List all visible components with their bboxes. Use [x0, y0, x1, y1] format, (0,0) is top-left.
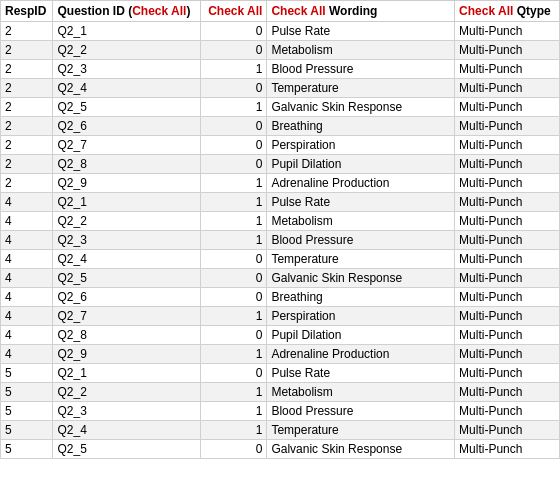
cell-wording: Metabolism — [267, 383, 455, 402]
cell-qid: Q2_5 — [53, 269, 201, 288]
cell-qtype: Multi-Punch — [455, 364, 560, 383]
cell-qtype: Multi-Punch — [455, 402, 560, 421]
cell-respid: 4 — [1, 269, 53, 288]
table-row: 5 Q2_5 0 Galvanic Skin Response Multi-Pu… — [1, 440, 560, 459]
table-row: 4 Q2_7 1 Perspiration Multi-Punch — [1, 307, 560, 326]
cell-qid: Q2_4 — [53, 79, 201, 98]
cell-qid: Q2_6 — [53, 117, 201, 136]
cell-qid: Q2_5 — [53, 440, 201, 459]
cell-qtype: Multi-Punch — [455, 421, 560, 440]
cell-qtype: Multi-Punch — [455, 117, 560, 136]
cell-respid: 5 — [1, 421, 53, 440]
cell-wording: Temperature — [267, 79, 455, 98]
cell-qtype: Multi-Punch — [455, 79, 560, 98]
table-row: 5 Q2_4 1 Temperature Multi-Punch — [1, 421, 560, 440]
cell-checkall: 1 — [201, 383, 267, 402]
cell-respid: 5 — [1, 383, 53, 402]
cell-qtype: Multi-Punch — [455, 155, 560, 174]
cell-checkall: 1 — [201, 345, 267, 364]
cell-respid: 4 — [1, 345, 53, 364]
cell-wording: Pupil Dilation — [267, 326, 455, 345]
cell-respid: 2 — [1, 79, 53, 98]
cell-respid: 2 — [1, 174, 53, 193]
table-row: 2 Q2_2 0 Metabolism Multi-Punch — [1, 41, 560, 60]
table-row: 4 Q2_5 0 Galvanic Skin Response Multi-Pu… — [1, 269, 560, 288]
table-row: 2 Q2_3 1 Blood Pressure Multi-Punch — [1, 60, 560, 79]
cell-qid: Q2_7 — [53, 136, 201, 155]
header-wording: Check All Wording — [267, 1, 455, 22]
cell-qid: Q2_3 — [53, 402, 201, 421]
cell-respid: 4 — [1, 250, 53, 269]
cell-respid: 2 — [1, 117, 53, 136]
cell-qid: Q2_2 — [53, 41, 201, 60]
cell-checkall: 0 — [201, 440, 267, 459]
cell-wording: Adrenaline Production — [267, 174, 455, 193]
cell-checkall: 1 — [201, 231, 267, 250]
cell-wording: Metabolism — [267, 212, 455, 231]
table-row: 2 Q2_9 1 Adrenaline Production Multi-Pun… — [1, 174, 560, 193]
cell-checkall: 0 — [201, 288, 267, 307]
table-row: 2 Q2_4 0 Temperature Multi-Punch — [1, 79, 560, 98]
cell-checkall: 0 — [201, 364, 267, 383]
table-row: 2 Q2_5 1 Galvanic Skin Response Multi-Pu… — [1, 98, 560, 117]
cell-qtype: Multi-Punch — [455, 288, 560, 307]
cell-checkall: 1 — [201, 174, 267, 193]
cell-qid: Q2_4 — [53, 421, 201, 440]
cell-checkall: 0 — [201, 326, 267, 345]
cell-checkall: 0 — [201, 79, 267, 98]
cell-qid: Q2_3 — [53, 60, 201, 79]
cell-wording: Temperature — [267, 250, 455, 269]
cell-qtype: Multi-Punch — [455, 345, 560, 364]
cell-respid: 2 — [1, 22, 53, 41]
cell-qtype: Multi-Punch — [455, 193, 560, 212]
cell-qtype: Multi-Punch — [455, 136, 560, 155]
table-row: 4 Q2_1 1 Pulse Rate Multi-Punch — [1, 193, 560, 212]
cell-qtype: Multi-Punch — [455, 269, 560, 288]
cell-respid: 5 — [1, 402, 53, 421]
cell-qid: Q2_3 — [53, 231, 201, 250]
cell-qtype: Multi-Punch — [455, 383, 560, 402]
table-row: 4 Q2_9 1 Adrenaline Production Multi-Pun… — [1, 345, 560, 364]
header-respid: RespID — [1, 1, 53, 22]
cell-respid: 4 — [1, 231, 53, 250]
cell-checkall: 1 — [201, 60, 267, 79]
cell-wording: Pupil Dilation — [267, 155, 455, 174]
table-row: 2 Q2_8 0 Pupil Dilation Multi-Punch — [1, 155, 560, 174]
cell-qtype: Multi-Punch — [455, 440, 560, 459]
cell-wording: Metabolism — [267, 41, 455, 60]
cell-qtype: Multi-Punch — [455, 231, 560, 250]
cell-checkall: 0 — [201, 250, 267, 269]
cell-qtype: Multi-Punch — [455, 60, 560, 79]
cell-wording: Pulse Rate — [267, 22, 455, 41]
cell-qtype: Multi-Punch — [455, 326, 560, 345]
cell-checkall: 0 — [201, 117, 267, 136]
cell-wording: Galvanic Skin Response — [267, 269, 455, 288]
cell-qtype: Multi-Punch — [455, 212, 560, 231]
cell-qtype: Multi-Punch — [455, 307, 560, 326]
table-row: 5 Q2_2 1 Metabolism Multi-Punch — [1, 383, 560, 402]
cell-checkall: 1 — [201, 402, 267, 421]
cell-respid: 2 — [1, 60, 53, 79]
cell-qid: Q2_9 — [53, 174, 201, 193]
cell-qid: Q2_9 — [53, 345, 201, 364]
cell-qid: Q2_1 — [53, 193, 201, 212]
cell-respid: 4 — [1, 193, 53, 212]
cell-qtype: Multi-Punch — [455, 41, 560, 60]
cell-wording: Blood Pressure — [267, 231, 455, 250]
cell-checkall: 1 — [201, 212, 267, 231]
cell-respid: 4 — [1, 307, 53, 326]
table-row: 4 Q2_3 1 Blood Pressure Multi-Punch — [1, 231, 560, 250]
table-row: 2 Q2_6 0 Breathing Multi-Punch — [1, 117, 560, 136]
cell-respid: 4 — [1, 212, 53, 231]
cell-respid: 2 — [1, 98, 53, 117]
cell-qid: Q2_1 — [53, 22, 201, 41]
cell-checkall: 0 — [201, 22, 267, 41]
cell-wording: Galvanic Skin Response — [267, 440, 455, 459]
table-row: 5 Q2_1 0 Pulse Rate Multi-Punch — [1, 364, 560, 383]
cell-qid: Q2_1 — [53, 364, 201, 383]
cell-qid: Q2_7 — [53, 307, 201, 326]
cell-qid: Q2_5 — [53, 98, 201, 117]
cell-checkall: 0 — [201, 136, 267, 155]
cell-checkall: 1 — [201, 307, 267, 326]
cell-checkall: 1 — [201, 98, 267, 117]
